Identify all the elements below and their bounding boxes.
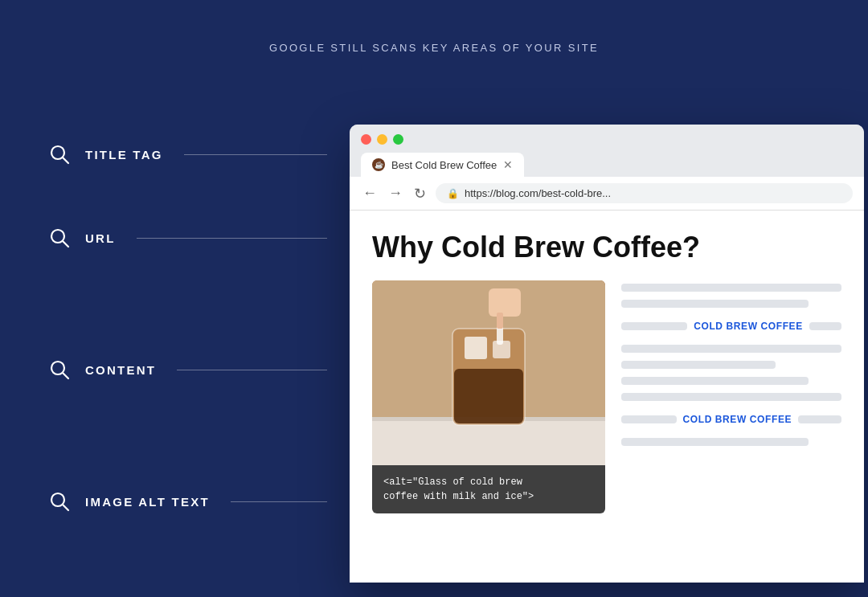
url-line [137, 238, 327, 239]
keyword-badge-1: COLD BREW COFFEE [694, 319, 803, 333]
line-after-kw1 [809, 322, 841, 330]
text-line-5 [621, 377, 809, 385]
content-label: CONTENT [85, 363, 156, 377]
search-icon-alt [48, 490, 71, 513]
image-alt-line [231, 501, 327, 502]
keyword-row-1: COLD BREW COFFEE [621, 319, 841, 333]
browser-chrome: ☕ Best Cold Brew Coffee ✕ [350, 125, 864, 177]
coffee-illustration [372, 280, 605, 465]
tab-title: Best Cold Brew Coffee [391, 159, 497, 171]
svg-line-5 [63, 373, 68, 378]
svg-line-1 [63, 157, 68, 163]
svg-line-7 [63, 505, 68, 510]
article-title: Why Cold Brew Coffee? [372, 230, 841, 264]
svg-rect-12 [454, 369, 523, 423]
minimize-dot[interactable] [377, 134, 387, 145]
text-line-7 [621, 438, 809, 446]
close-dot[interactable] [361, 134, 371, 145]
text-line-1 [621, 284, 841, 292]
text-line-2 [621, 300, 809, 308]
alt-text-line1: <alt="Glass of cold brew [383, 476, 522, 488]
coffee-image [372, 280, 605, 465]
right-content-area: COLD BREW COFFEE COLD BREW COFFEE [621, 280, 841, 513]
keyword-badge-2: COLD BREW COFFEE [683, 412, 792, 427]
address-bar[interactable]: 🔒 https://blog.com/best-cold-bre... [436, 183, 853, 203]
sidebar: TITLE TAG URL CONTENT IMAGE ALT TEXT [48, 112, 327, 543]
search-icon-url [48, 227, 71, 249]
svg-rect-17 [497, 313, 503, 329]
text-line-4 [621, 361, 776, 369]
image-alt-label: IMAGE ALT TEXT [85, 495, 210, 509]
search-icon-content [48, 358, 71, 381]
content-area: <alt="Glass of cold brew coffee with mil… [372, 280, 841, 513]
forward-button[interactable]: → [387, 185, 404, 202]
back-button[interactable]: ← [361, 185, 379, 202]
content-line [177, 370, 327, 370]
page-header: GOOGLE STILL SCANS KEY AREAS OF YOUR SIT… [0, 0, 868, 86]
line-after-kw2 [798, 415, 841, 423]
tab-close-button[interactable]: ✕ [503, 158, 513, 171]
sidebar-item-title-tag: TITLE TAG [48, 112, 327, 196]
sidebar-item-content: CONTENT [48, 328, 327, 411]
image-block: <alt="Glass of cold brew coffee with mil… [372, 280, 605, 513]
lock-icon: 🔒 [447, 188, 459, 199]
maximize-dot[interactable] [393, 134, 403, 145]
tab-bar: ☕ Best Cold Brew Coffee ✕ [361, 153, 853, 177]
title-tag-label: TITLE TAG [85, 148, 163, 162]
line-before-kw1 [621, 322, 687, 330]
url-display: https://blog.com/best-cold-bre... [465, 187, 611, 199]
alt-text-bar: <alt="Glass of cold brew coffee with mil… [372, 465, 605, 513]
address-bar-row: ← → ↻ 🔒 https://blog.com/best-cold-bre..… [350, 177, 864, 211]
browser-window: ☕ Best Cold Brew Coffee ✕ ← → ↻ 🔒 https:… [350, 125, 864, 583]
title-tag-line [184, 154, 327, 155]
search-icon-title [48, 143, 71, 166]
alt-text-line2: coffee with milk and ice"> [383, 491, 534, 502]
svg-rect-13 [465, 337, 487, 359]
text-line-6 [621, 393, 841, 401]
refresh-button[interactable]: ↻ [412, 185, 428, 202]
window-controls [361, 134, 853, 145]
alt-text-content: <alt="Glass of cold brew coffee with mil… [383, 475, 594, 504]
browser-tab[interactable]: ☕ Best Cold Brew Coffee ✕ [361, 153, 524, 177]
sidebar-item-image-alt: IMAGE ALT TEXT [48, 460, 327, 543]
line-before-kw2 [621, 415, 677, 423]
text-line-3 [621, 345, 841, 353]
tab-favicon: ☕ [372, 158, 385, 171]
browser-content: Why Cold Brew Coffee? [350, 211, 864, 583]
keyword-row-2: COLD BREW COFFEE [621, 412, 841, 427]
svg-rect-16 [489, 288, 521, 317]
sidebar-item-url: URL [48, 196, 327, 280]
svg-line-3 [63, 241, 68, 247]
url-label: URL [85, 231, 116, 245]
